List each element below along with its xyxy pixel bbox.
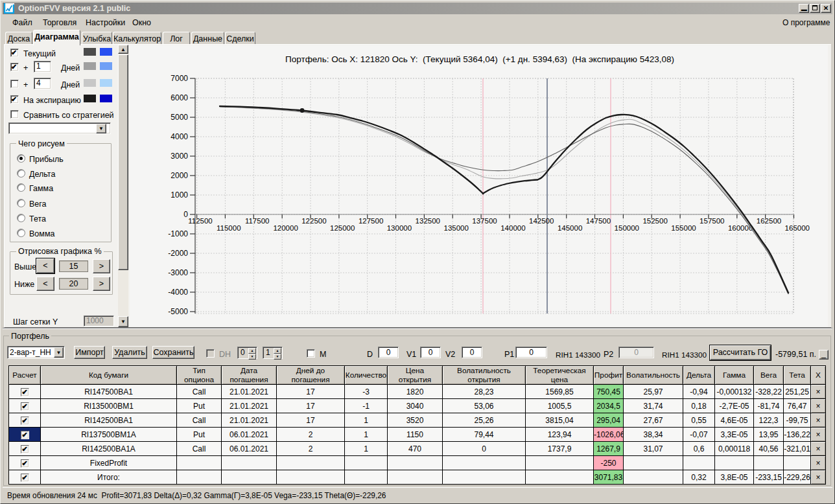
svg-text:165000: 165000 [785,224,810,232]
svg-text:142500: 142500 [529,217,554,225]
svg-text:2000: 2000 [171,171,188,180]
svg-text:6000: 6000 [171,93,188,102]
svg-text:140000: 140000 [500,224,525,232]
svg-text:132500: 132500 [416,217,440,225]
svg-text:155000: 155000 [671,224,696,232]
svg-text:135000: 135000 [444,224,469,232]
svg-text:147500: 147500 [586,217,611,225]
svg-text:130000: 130000 [387,224,412,232]
svg-text:1000: 1000 [171,190,188,200]
svg-text:160000: 160000 [728,224,753,232]
svg-text:137500: 137500 [472,217,497,225]
svg-text:157500: 157500 [700,217,724,225]
svg-text:-1000: -1000 [168,229,188,238]
svg-text:145000: 145000 [558,224,582,232]
svg-text:162500: 162500 [757,217,781,225]
svg-text:-3000: -3000 [168,268,188,277]
svg-text:5000: 5000 [171,113,188,122]
svg-text:4000: 4000 [171,132,188,141]
svg-text:125000: 125000 [330,224,355,232]
svg-text:117500: 117500 [245,217,270,225]
svg-text:3000: 3000 [171,152,188,161]
svg-text:115000: 115000 [217,224,241,232]
svg-text:-5000: -5000 [168,307,188,316]
svg-text:127500: 127500 [359,217,383,225]
svg-text:122500: 122500 [301,217,326,225]
svg-text:152500: 152500 [642,217,667,225]
svg-text:7000: 7000 [171,74,188,83]
svg-text:Портфель: Ось X: 121820 Ось Y:: Портфель: Ось X: 121820 Ось Y: (Текущий … [285,54,674,64]
svg-text:-2000: -2000 [168,249,188,258]
svg-text:120000: 120000 [273,224,298,232]
svg-text:-4000: -4000 [168,288,188,297]
svg-text:112500: 112500 [188,217,213,225]
svg-text:150000: 150000 [615,224,639,232]
